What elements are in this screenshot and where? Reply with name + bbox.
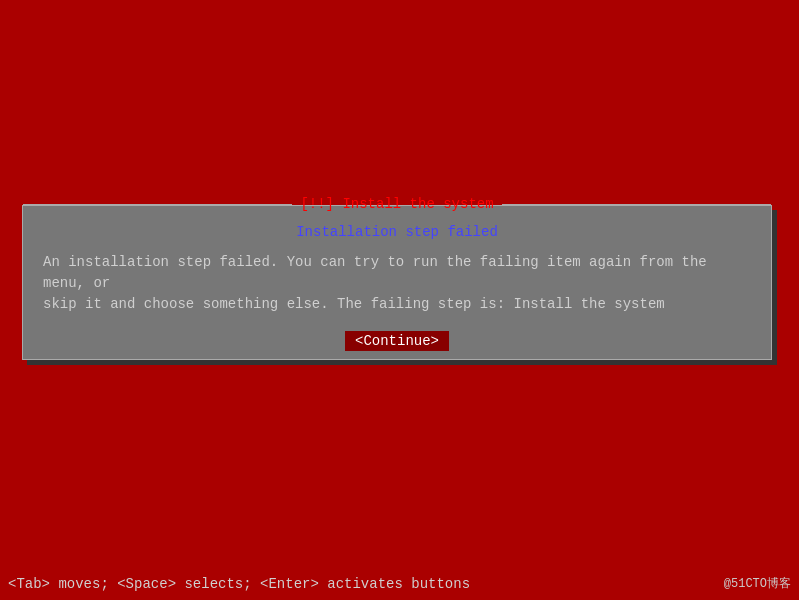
screen: [!!] Install the system Installation ste… [0,0,799,600]
status-bar: <Tab> moves; <Space> selects; <Enter> ac… [8,576,470,592]
error-message: An installation step failed. You can try… [43,252,751,315]
title-line-right [502,204,771,205]
continue-button[interactable]: <Continue> [345,331,449,351]
error-heading: Installation step failed [43,224,751,240]
dialog-content: Installation step failed An installation… [23,206,771,361]
watermark: @51CTO博客 [724,575,791,592]
dialog-title-bar: [!!] Install the system [23,196,771,212]
dialog: [!!] Install the system Installation ste… [22,205,772,360]
button-container: <Continue> [43,331,751,351]
dialog-title: [!!] Install the system [300,196,493,212]
title-line-left [23,204,292,205]
error-message-line1: An installation step failed. You can try… [43,254,707,291]
error-message-line2: skip it and choose something else. The f… [43,296,665,312]
